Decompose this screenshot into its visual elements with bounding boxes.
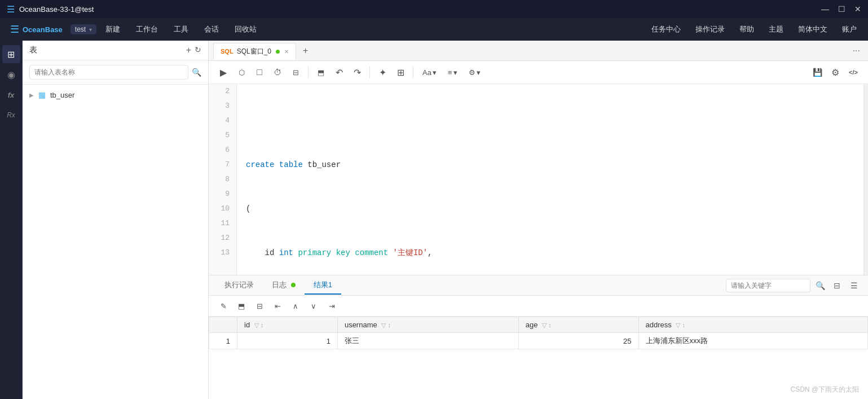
code-view-btn[interactable]: </>: [845, 64, 861, 80]
col-id-header[interactable]: id ▽ ↕: [237, 317, 338, 333]
sidebar-eye-btn[interactable]: ◉: [2, 65, 20, 84]
save-button[interactable]: ⬒: [313, 64, 329, 80]
expand-all-btn[interactable]: ⇤: [270, 298, 285, 314]
sort-icons[interactable]: ▽ ↕: [254, 322, 264, 329]
menu-tools[interactable]: 工具: [167, 21, 195, 38]
row-number: 1: [209, 333, 237, 349]
font-chevron: ▾: [433, 68, 437, 77]
stop-button[interactable]: □: [252, 64, 267, 80]
table-name: tb_user: [50, 91, 74, 99]
menu-logo[interactable]: ☰ OceanBase: [5, 21, 68, 38]
collapse-all-btn[interactable]: ⇥: [324, 298, 340, 314]
code-line: id int primary key comment '主键ID',: [246, 245, 863, 260]
menu-session[interactable]: 会话: [197, 21, 226, 38]
line-numbers: 2 3 4 5 6 7 8 9 10 11 12 13: [209, 84, 237, 275]
import-btn[interactable]: ⊟: [252, 298, 267, 314]
font-dropdown[interactable]: Aa ▾: [418, 66, 441, 79]
sort-icons[interactable]: ▽ ↕: [542, 322, 552, 329]
export-btn[interactable]: ⬒: [233, 298, 249, 314]
search-icon[interactable]: 🔍: [192, 68, 201, 77]
data-table: id ▽ ↕ username ▽ ↕ age ▽ ↕: [209, 317, 868, 349]
add-table-btn[interactable]: +: [186, 45, 191, 55]
list-item[interactable]: ▶ ▦ tb_user: [23, 87, 208, 103]
sql-tag: SQL: [221, 48, 233, 55]
editor-area: SQL SQL窗口_0 ✕ + ··· ▶ ⬡ □ ⏱ ⊟ ⬒ ↶ ↷ ✦ ⊞ …: [209, 41, 868, 399]
watermark: CSDN @下雨天的太阳: [790, 385, 859, 394]
menu-language[interactable]: 简体中文: [791, 21, 834, 38]
window-controls: — ☐ ✕: [821, 5, 861, 14]
redo-button[interactable]: ↷: [349, 64, 365, 80]
sort-icons[interactable]: ▽ ↕: [676, 322, 685, 329]
results-search-input[interactable]: [726, 279, 810, 292]
search-input[interactable]: [29, 65, 188, 80]
list-icon[interactable]: ☰: [847, 278, 861, 293]
sort-icons[interactable]: ▽ ↕: [381, 322, 391, 329]
settings-chevron: ▾: [477, 68, 481, 77]
code-editor[interactable]: 2 3 4 5 6 7 8 9 10 11 12 13 create table…: [209, 84, 868, 275]
col-username-header[interactable]: username ▽ ↕: [337, 317, 518, 333]
search-icon[interactable]: 🔍: [813, 278, 827, 293]
results-search: 🔍 ⊟ ☰: [726, 278, 861, 293]
menu-recycle[interactable]: 回收站: [228, 21, 263, 38]
main-layout: ⊞ ◉ fx Rx 表 + ↻ 🔍 ▶ ▦ tb_user: [0, 41, 868, 399]
toolbar-sep-2: [369, 67, 370, 78]
menu-task-center[interactable]: 任务中心: [645, 21, 688, 38]
window-title: OceanBase-33-1@test: [19, 5, 817, 14]
expand-btn[interactable]: ∨: [306, 298, 321, 314]
db-selector[interactable]: test ▾: [71, 24, 96, 34]
close-btn[interactable]: ✕: [854, 5, 861, 14]
chevron-down-icon: ▾: [89, 27, 92, 33]
minimize-btn[interactable]: —: [821, 5, 829, 14]
tab-close-icon[interactable]: ✕: [284, 49, 289, 55]
plan-button[interactable]: ⊟: [288, 64, 303, 80]
brand-name: OceanBase: [23, 25, 63, 34]
menu-operation-log[interactable]: 操作记录: [689, 21, 732, 38]
menu-workbench[interactable]: 工作台: [129, 21, 165, 38]
menu-account[interactable]: 账户: [835, 21, 863, 38]
edit-btn[interactable]: ✎: [215, 298, 231, 314]
toolbar-sep-1: [308, 67, 309, 78]
save-file-btn[interactable]: 💾: [809, 64, 825, 80]
results-toolbar: ✎ ⬒ ⊟ ⇤ ∧ ∨ ⇥: [209, 296, 868, 317]
history-button[interactable]: ⏱: [270, 64, 285, 80]
maximize-btn[interactable]: ☐: [838, 5, 845, 14]
code-line: create table tb_user: [246, 157, 863, 172]
cell-id: 1: [237, 333, 338, 349]
settings-label: ⚙: [469, 68, 475, 77]
align-dropdown[interactable]: ≡ ▾: [443, 66, 462, 79]
logo-icon: ☰: [10, 23, 19, 36]
menu-help[interactable]: 帮助: [733, 21, 761, 38]
tab-execution-log[interactable]: 执行记录: [215, 277, 263, 295]
col-address-header[interactable]: address ▽ ↕: [638, 317, 868, 333]
align-chevron: ▾: [453, 68, 457, 77]
grid-view-button[interactable]: ⊞: [393, 64, 408, 80]
menu-new[interactable]: 新建: [99, 21, 127, 38]
log-status-dot: [291, 283, 296, 287]
run-button[interactable]: ▶: [215, 64, 231, 80]
table-panel-title: 表: [29, 45, 37, 55]
tab-result1[interactable]: 结果1: [305, 277, 341, 295]
table-panel: 表 + ↻ 🔍 ▶ ▦ tb_user: [23, 41, 209, 399]
data-table-wrap: id ▽ ↕ username ▽ ↕ age ▽ ↕: [209, 317, 868, 399]
table-panel-header: 表 + ↻: [23, 41, 208, 60]
table-search: 🔍: [23, 60, 208, 85]
undo-button[interactable]: ↶: [331, 64, 347, 80]
refresh-btn[interactable]: ↻: [195, 45, 201, 55]
tab-log[interactable]: 日志: [263, 277, 305, 295]
tab-add-btn[interactable]: +: [298, 43, 312, 58]
code-content[interactable]: create table tb_user ( id int primary ke…: [237, 84, 863, 275]
find-button[interactable]: ✦: [374, 64, 390, 80]
editor-settings-btn[interactable]: ⚙: [827, 64, 843, 80]
menu-theme[interactable]: 主题: [762, 21, 790, 38]
col-age-header[interactable]: age ▽ ↕: [518, 317, 638, 333]
filter-icon[interactable]: ⊟: [830, 278, 844, 293]
tab-sql-0[interactable]: SQL SQL窗口_0 ✕: [213, 43, 296, 60]
results-panel: 执行记录 日志 结果1 🔍 ⊟ ☰ ✎ ⬒ ⊟ ⇤ ∧ ∨: [209, 275, 868, 399]
tab-more-btn[interactable]: ···: [849, 43, 863, 58]
collapse-btn[interactable]: ∧: [288, 298, 303, 314]
sidebar-grid-btn[interactable]: ⊞: [2, 45, 20, 63]
settings-dropdown[interactable]: ⚙ ▾: [464, 66, 485, 79]
run-selected-button[interactable]: ⬡: [233, 64, 249, 80]
sidebar-rx-btn[interactable]: Rx: [2, 106, 20, 124]
sidebar-fx-btn[interactable]: fx: [2, 86, 20, 104]
